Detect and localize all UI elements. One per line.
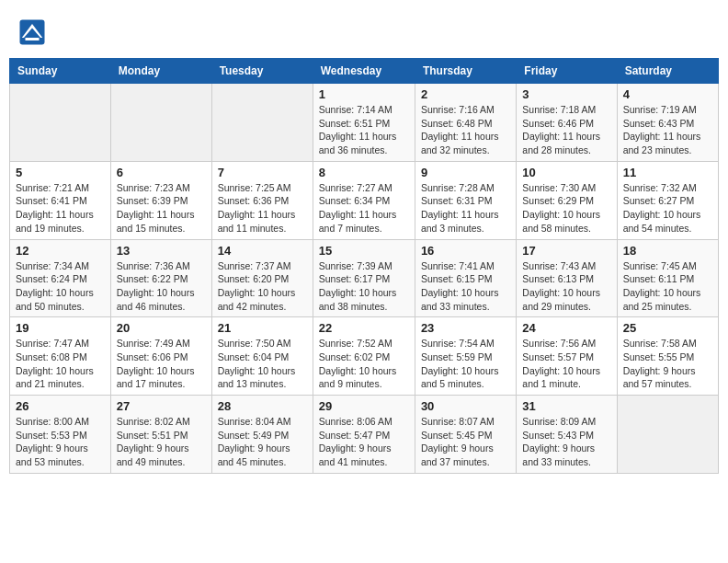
day-info: Sunrise: 7:21 AM Sunset: 6:41 PM Dayligh… bbox=[16, 181, 105, 236]
calendar-week-row: 1Sunrise: 7:14 AM Sunset: 6:51 PM Daylig… bbox=[10, 84, 719, 162]
day-info: Sunrise: 7:47 AM Sunset: 6:08 PM Dayligh… bbox=[16, 337, 105, 391]
calendar-week-row: 12Sunrise: 7:34 AM Sunset: 6:24 PM Dayli… bbox=[10, 239, 719, 317]
day-number: 21 bbox=[218, 321, 307, 335]
day-number: 19 bbox=[16, 321, 105, 335]
calendar-cell: 24Sunrise: 7:56 AM Sunset: 5:57 PM Dayli… bbox=[517, 317, 617, 396]
calendar-cell: 26Sunrise: 8:00 AM Sunset: 5:53 PM Dayli… bbox=[10, 396, 111, 474]
day-number: 24 bbox=[522, 321, 610, 335]
calendar-cell: 2Sunrise: 7:16 AM Sunset: 6:48 PM Daylig… bbox=[415, 84, 516, 162]
calendar-cell: 28Sunrise: 8:04 AM Sunset: 5:49 PM Dayli… bbox=[211, 396, 313, 474]
day-number: 5 bbox=[16, 166, 105, 179]
day-info: Sunrise: 8:02 AM Sunset: 5:51 PM Dayligh… bbox=[117, 415, 206, 469]
day-number: 27 bbox=[117, 399, 206, 413]
calendar-cell: 20Sunrise: 7:49 AM Sunset: 6:06 PM Dayli… bbox=[110, 317, 211, 396]
calendar-cell: 14Sunrise: 7:37 AM Sunset: 6:20 PM Dayli… bbox=[211, 239, 313, 317]
day-info: Sunrise: 7:19 AM Sunset: 6:43 PM Dayligh… bbox=[623, 103, 712, 157]
day-info: Sunrise: 7:58 AM Sunset: 5:55 PM Dayligh… bbox=[623, 337, 712, 391]
day-info: Sunrise: 8:04 AM Sunset: 5:49 PM Dayligh… bbox=[218, 415, 307, 469]
calendar-cell: 8Sunrise: 7:27 AM Sunset: 6:34 PM Daylig… bbox=[313, 161, 415, 239]
calendar-cell: 17Sunrise: 7:43 AM Sunset: 6:13 PM Dayli… bbox=[517, 239, 617, 317]
calendar-header-row: SundayMondayTuesdayWednesdayThursdayFrid… bbox=[10, 59, 719, 84]
day-info: Sunrise: 7:18 AM Sunset: 6:46 PM Dayligh… bbox=[522, 103, 610, 157]
day-number: 28 bbox=[218, 399, 307, 413]
calendar-week-row: 5Sunrise: 7:21 AM Sunset: 6:41 PM Daylig… bbox=[10, 161, 719, 239]
day-info: Sunrise: 8:06 AM Sunset: 5:47 PM Dayligh… bbox=[319, 415, 409, 469]
day-number: 16 bbox=[421, 244, 510, 258]
calendar-cell bbox=[110, 84, 211, 162]
calendar-cell: 15Sunrise: 7:39 AM Sunset: 6:17 PM Dayli… bbox=[313, 239, 415, 317]
calendar-cell: 16Sunrise: 7:41 AM Sunset: 6:15 PM Dayli… bbox=[415, 239, 516, 317]
calendar-cell bbox=[617, 396, 718, 474]
day-info: Sunrise: 7:49 AM Sunset: 6:06 PM Dayligh… bbox=[117, 337, 206, 391]
day-number: 23 bbox=[421, 321, 510, 335]
day-number: 18 bbox=[623, 244, 712, 258]
weekday-header-friday: Friday bbox=[517, 59, 617, 84]
day-number: 6 bbox=[117, 166, 206, 179]
day-number: 29 bbox=[319, 399, 409, 413]
calendar-week-row: 26Sunrise: 8:00 AM Sunset: 5:53 PM Dayli… bbox=[10, 396, 719, 474]
weekday-header-wednesday: Wednesday bbox=[313, 59, 415, 84]
svg-rect-3 bbox=[26, 38, 40, 40]
calendar-cell: 1Sunrise: 7:14 AM Sunset: 6:51 PM Daylig… bbox=[313, 84, 415, 162]
calendar-cell bbox=[10, 84, 111, 162]
day-number: 22 bbox=[319, 321, 409, 335]
calendar-week-row: 19Sunrise: 7:47 AM Sunset: 6:08 PM Dayli… bbox=[10, 317, 719, 396]
day-info: Sunrise: 7:37 AM Sunset: 6:20 PM Dayligh… bbox=[218, 259, 307, 314]
calendar-cell: 18Sunrise: 7:45 AM Sunset: 6:11 PM Dayli… bbox=[617, 239, 718, 317]
day-info: Sunrise: 7:54 AM Sunset: 5:59 PM Dayligh… bbox=[421, 337, 510, 391]
page-header bbox=[9, 9, 719, 51]
calendar-cell: 10Sunrise: 7:30 AM Sunset: 6:29 PM Dayli… bbox=[517, 161, 617, 239]
day-info: Sunrise: 7:16 AM Sunset: 6:48 PM Dayligh… bbox=[421, 103, 510, 157]
day-info: Sunrise: 7:28 AM Sunset: 6:31 PM Dayligh… bbox=[421, 181, 510, 236]
day-info: Sunrise: 7:45 AM Sunset: 6:11 PM Dayligh… bbox=[623, 259, 712, 314]
day-number: 17 bbox=[522, 244, 610, 258]
calendar-cell: 31Sunrise: 8:09 AM Sunset: 5:43 PM Dayli… bbox=[517, 396, 617, 474]
calendar-cell: 9Sunrise: 7:28 AM Sunset: 6:31 PM Daylig… bbox=[415, 161, 516, 239]
day-info: Sunrise: 7:23 AM Sunset: 6:39 PM Dayligh… bbox=[117, 181, 206, 236]
calendar-cell: 19Sunrise: 7:47 AM Sunset: 6:08 PM Dayli… bbox=[10, 317, 111, 396]
day-number: 8 bbox=[319, 166, 409, 179]
day-number: 15 bbox=[319, 244, 409, 258]
weekday-header-saturday: Saturday bbox=[617, 59, 718, 84]
weekday-header-tuesday: Tuesday bbox=[211, 59, 313, 84]
day-info: Sunrise: 7:56 AM Sunset: 5:57 PM Dayligh… bbox=[522, 337, 610, 391]
calendar-cell: 13Sunrise: 7:36 AM Sunset: 6:22 PM Dayli… bbox=[110, 239, 211, 317]
day-info: Sunrise: 7:36 AM Sunset: 6:22 PM Dayligh… bbox=[117, 259, 206, 314]
day-info: Sunrise: 7:52 AM Sunset: 6:02 PM Dayligh… bbox=[319, 337, 409, 391]
day-info: Sunrise: 7:39 AM Sunset: 6:17 PM Dayligh… bbox=[319, 259, 409, 314]
logo-icon bbox=[18, 18, 46, 46]
day-info: Sunrise: 7:27 AM Sunset: 6:34 PM Dayligh… bbox=[319, 181, 409, 236]
day-info: Sunrise: 7:14 AM Sunset: 6:51 PM Dayligh… bbox=[319, 103, 409, 157]
calendar-cell bbox=[211, 84, 313, 162]
day-info: Sunrise: 7:32 AM Sunset: 6:27 PM Dayligh… bbox=[623, 181, 712, 236]
day-number: 2 bbox=[421, 87, 510, 101]
calendar-cell: 30Sunrise: 8:07 AM Sunset: 5:45 PM Dayli… bbox=[415, 396, 516, 474]
day-number: 11 bbox=[623, 166, 712, 179]
day-number: 3 bbox=[522, 87, 610, 101]
day-info: Sunrise: 8:07 AM Sunset: 5:45 PM Dayligh… bbox=[421, 415, 510, 469]
calendar-cell: 11Sunrise: 7:32 AM Sunset: 6:27 PM Dayli… bbox=[617, 161, 718, 239]
day-number: 31 bbox=[522, 399, 610, 413]
day-number: 13 bbox=[117, 244, 206, 258]
day-info: Sunrise: 7:25 AM Sunset: 6:36 PM Dayligh… bbox=[218, 181, 307, 236]
calendar-cell: 23Sunrise: 7:54 AM Sunset: 5:59 PM Dayli… bbox=[415, 317, 516, 396]
day-info: Sunrise: 7:50 AM Sunset: 6:04 PM Dayligh… bbox=[218, 337, 307, 391]
day-number: 10 bbox=[522, 166, 610, 179]
calendar-cell: 12Sunrise: 7:34 AM Sunset: 6:24 PM Dayli… bbox=[10, 239, 111, 317]
day-number: 20 bbox=[117, 321, 206, 335]
calendar-cell: 21Sunrise: 7:50 AM Sunset: 6:04 PM Dayli… bbox=[211, 317, 313, 396]
day-number: 7 bbox=[218, 166, 307, 179]
day-number: 25 bbox=[623, 321, 712, 335]
calendar-cell: 4Sunrise: 7:19 AM Sunset: 6:43 PM Daylig… bbox=[617, 84, 718, 162]
day-number: 1 bbox=[319, 87, 409, 101]
day-info: Sunrise: 7:34 AM Sunset: 6:24 PM Dayligh… bbox=[16, 259, 105, 314]
day-number: 14 bbox=[218, 244, 307, 258]
weekday-header-monday: Monday bbox=[110, 59, 211, 84]
day-info: Sunrise: 7:41 AM Sunset: 6:15 PM Dayligh… bbox=[421, 259, 510, 314]
day-info: Sunrise: 7:30 AM Sunset: 6:29 PM Dayligh… bbox=[522, 181, 610, 236]
day-number: 12 bbox=[16, 244, 105, 258]
day-info: Sunrise: 8:00 AM Sunset: 5:53 PM Dayligh… bbox=[16, 415, 105, 469]
day-info: Sunrise: 8:09 AM Sunset: 5:43 PM Dayligh… bbox=[522, 415, 610, 469]
calendar-cell: 5Sunrise: 7:21 AM Sunset: 6:41 PM Daylig… bbox=[10, 161, 111, 239]
day-number: 9 bbox=[421, 166, 510, 179]
